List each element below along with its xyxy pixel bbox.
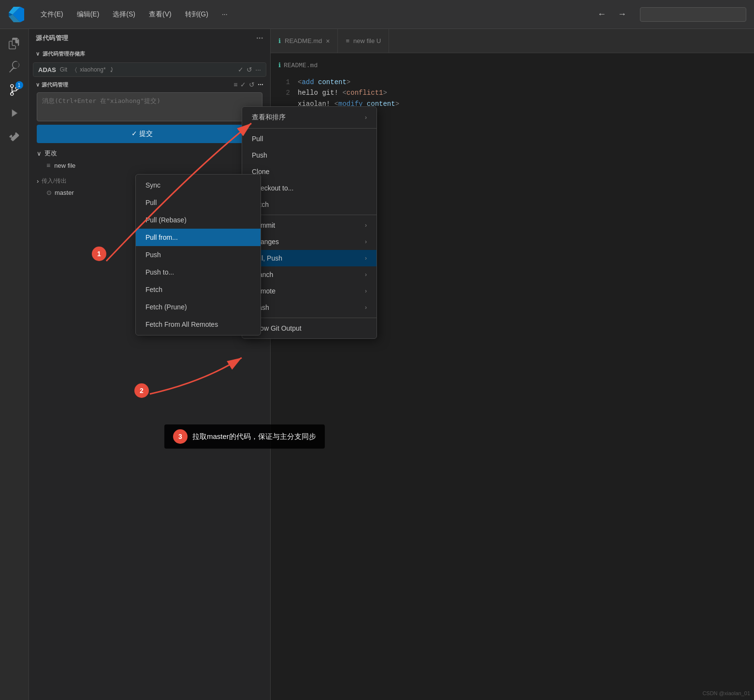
check-icon[interactable]: ✓ xyxy=(238,66,244,73)
activity-bar: 1 xyxy=(0,29,29,700)
scm-sub-title: ∨ 源代码管理 xyxy=(36,81,68,88)
tab-close-icon[interactable]: × xyxy=(326,37,330,45)
tab-readme[interactable]: ℹ README.md × xyxy=(271,29,338,53)
source-control-badge: 1 xyxy=(15,81,23,89)
chevron-io-icon: › xyxy=(37,177,39,185)
sidebar-header-icons: ··· xyxy=(256,34,263,43)
changes-header[interactable]: ∨ 更改 1 xyxy=(37,147,262,160)
menu-file[interactable]: 文件(E) xyxy=(35,7,69,22)
ctx-item-checkout[interactable]: Checkout to... xyxy=(242,180,377,196)
sub-item-fetch[interactable]: Fetch xyxy=(136,281,261,298)
activity-run[interactable] xyxy=(4,102,25,124)
titlebar-nav: ← → xyxy=(594,7,630,21)
ctx-item-fetch[interactable]: Fetch xyxy=(242,196,377,213)
ctx-item-changes[interactable]: Changes › xyxy=(242,233,377,250)
titlebar-menu: 文件(E) 编辑(E) 选择(S) 查看(V) 转到(G) ··· xyxy=(35,7,233,22)
file-name: new file xyxy=(54,162,75,169)
menu-more[interactable]: ··· xyxy=(216,7,233,22)
step3-circle: 3 xyxy=(173,429,188,444)
scm-more-icon[interactable]: ··· xyxy=(258,81,263,88)
repo-branch: xiaohong* xyxy=(80,66,105,73)
forward-button[interactable]: → xyxy=(614,7,630,21)
chevron-icon: ∨ xyxy=(36,82,40,88)
ctx-item-remote[interactable]: Remote › xyxy=(242,283,377,299)
ctx-item-stash[interactable]: Stash › xyxy=(242,299,377,316)
tabs-bar: ℹ README.md × ≡ new file U xyxy=(271,29,754,53)
commit-message-input[interactable] xyxy=(37,92,262,121)
sidebar: 源代码管理 ··· ∨ 源代码管理存储库 ADAS Git 〈 xiaohong… xyxy=(29,29,271,700)
sub-item-pull-rebase[interactable]: Pull (Rebase) xyxy=(136,211,261,229)
file-icon: ≡ xyxy=(46,161,50,169)
separator-3 xyxy=(242,318,377,318)
changes-title: 更改 xyxy=(44,149,57,158)
chevron-branch-icon: › xyxy=(365,271,367,278)
activity-search[interactable] xyxy=(4,56,25,77)
io-title: 传入/传出 xyxy=(42,177,66,185)
step2-circle: 2 xyxy=(134,383,149,398)
tooltip: 3 拉取master的代码，保证与主分支同步 xyxy=(164,424,325,449)
refresh-icon[interactable]: ↺ xyxy=(246,66,252,73)
main-layout: 1 源代码管理 ··· ∨ 源代码管理存储库 xyxy=(0,29,754,700)
ctx-item-show-git-output[interactable]: Show Git Output xyxy=(242,320,377,336)
activity-source-control[interactable]: 1 xyxy=(4,79,25,101)
file-item-newfile[interactable]: ≡ new file U xyxy=(37,160,262,171)
repo-section-title: ∨ 源代码管理存储库 xyxy=(33,47,266,60)
context-menu-overlay: 查看和排序 › Pull Push Clone Checkout to... F… xyxy=(242,106,377,339)
repo-name: ADAS xyxy=(38,66,56,73)
sub-item-pull-from[interactable]: Pull from... xyxy=(136,229,261,246)
context-menu: 查看和排序 › Pull Push Clone Checkout to... F… xyxy=(242,106,377,339)
step1-circle: 1 xyxy=(92,247,106,261)
editor-line-2: 2 hello git! <conflict1> xyxy=(278,88,746,98)
search-input[interactable] xyxy=(640,7,746,22)
chevron-changes-icon: ∨ xyxy=(37,150,42,157)
ctx-item-commit[interactable]: Commit › xyxy=(242,217,377,233)
commit-button[interactable]: ✓ 提交 xyxy=(37,125,247,143)
sub-item-push[interactable]: Push xyxy=(136,246,261,263)
ctx-item-branch[interactable]: Branch › xyxy=(242,266,377,283)
tab-readme-label: README.md xyxy=(285,37,322,44)
ctx-item-pullpush[interactable]: Pull, Push › xyxy=(242,250,377,266)
vscode-logo xyxy=(8,6,25,23)
sub-item-fetch-prune[interactable]: Fetch (Prune) xyxy=(136,298,261,316)
back-button[interactable]: ← xyxy=(594,7,610,21)
more-options-icon[interactable]: ··· xyxy=(255,66,261,73)
ctx-item-view-sort[interactable]: 查看和排序 › xyxy=(242,109,377,126)
sub-item-pull[interactable]: Pull xyxy=(136,194,261,211)
menu-select[interactable]: 选择(S) xyxy=(107,7,141,22)
separator-2 xyxy=(242,215,377,215)
scm-action-icons: ≡ ✓ ↺ ··· xyxy=(233,81,263,88)
chevron-changes-icon: › xyxy=(365,238,367,245)
tab-newfile[interactable]: ≡ new file U xyxy=(338,29,389,53)
chevron-pullpush-icon: › xyxy=(365,255,367,262)
list-order-icon[interactable]: ≡ xyxy=(233,81,237,88)
ctx-item-clone[interactable]: Clone xyxy=(242,163,377,180)
chevron-commit-icon: › xyxy=(365,222,367,229)
activity-extensions[interactable] xyxy=(4,126,25,147)
chevron-remote-icon: › xyxy=(365,288,367,294)
refresh-scm-icon[interactable]: ↺ xyxy=(249,81,255,88)
menu-view[interactable]: 查看(V) xyxy=(143,7,177,22)
changes-section: ∨ 更改 1 ≡ new file U xyxy=(37,147,262,171)
sidebar-title: 源代码管理 xyxy=(36,34,69,43)
editor-breadcrumb: ℹ README.md xyxy=(278,61,746,71)
repo-icons: ✓ ↺ ··· xyxy=(238,66,261,73)
menu-goto[interactable]: 转到(G) xyxy=(179,7,214,22)
ctx-item-push[interactable]: Push xyxy=(242,147,377,163)
repo-row[interactable]: ADAS Git 〈 xiaohong* ⤸ ✓ ↺ ··· xyxy=(33,62,266,77)
sub-item-fetch-all[interactable]: Fetch From All Remotes xyxy=(136,316,261,333)
menu-edit[interactable]: 编辑(E) xyxy=(71,7,105,22)
sub-item-push-to[interactable]: Push to... xyxy=(136,263,261,281)
ctx-item-pull[interactable]: Pull xyxy=(242,131,377,147)
submenu: Sync Pull Pull (Rebase) Pull from... Pus… xyxy=(135,174,261,335)
titlebar: 文件(E) 编辑(E) 选择(S) 查看(V) 转到(G) ··· ← → xyxy=(0,0,754,29)
activity-explorer[interactable] xyxy=(4,33,25,54)
commit-message-wrap xyxy=(37,92,262,123)
stage-all-icon[interactable]: ✓ xyxy=(240,81,246,88)
watermark: CSDN @xiaolan_01 xyxy=(702,690,750,696)
tooltip-text: 拉取master的代码，保证与主分支同步 xyxy=(192,432,316,441)
sub-item-sync[interactable]: Sync xyxy=(136,176,261,194)
chevron-right-icon: › xyxy=(365,114,367,121)
editor-line-1: 1 <add content> xyxy=(278,77,746,88)
more-icon[interactable]: ··· xyxy=(256,34,263,43)
scm-sub-header: ∨ 源代码管理 ≡ ✓ ↺ ··· xyxy=(33,79,266,90)
